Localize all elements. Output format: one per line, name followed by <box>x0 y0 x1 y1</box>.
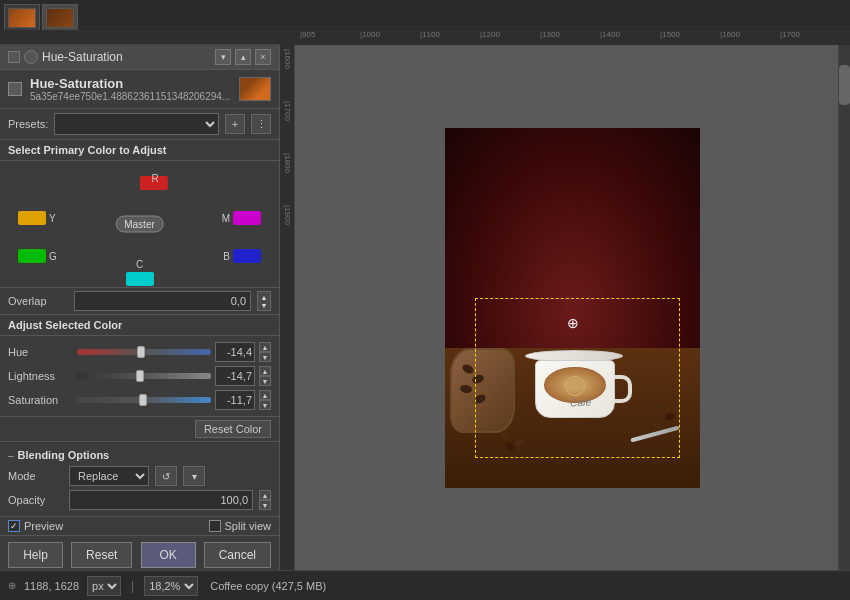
dialog-header-icon <box>8 51 20 63</box>
tab-2[interactable] <box>42 4 78 30</box>
preview-check-wrap[interactable]: ✓ Preview <box>8 520 63 532</box>
color-dot-g[interactable] <box>18 249 46 263</box>
status-coords: 1188, 1628 <box>24 580 79 592</box>
blend-header[interactable]: – Blending Options <box>0 446 279 464</box>
lightness-value[interactable]: -14,7 <box>215 366 255 386</box>
dialog-hash: 5a35e74ee750e1.48862361151348206294... <box>30 91 231 102</box>
help-button[interactable]: Help <box>8 542 63 568</box>
split-label: Split view <box>225 520 271 532</box>
blend-mode-dropdown[interactable]: Replace <box>69 466 149 486</box>
label-g: G <box>49 251 57 262</box>
blend-opacity-label: Opacity <box>8 494 63 506</box>
coffee-image: Café ⊕ <box>445 128 700 488</box>
dialog-name: Hue-Saturation <box>30 76 231 91</box>
chevron-down-btn[interactable]: ▾ <box>215 49 231 65</box>
tab-1[interactable] <box>4 4 40 30</box>
hue-track[interactable] <box>77 349 211 355</box>
right-scrollbar[interactable] <box>838 45 850 570</box>
color-dot-m[interactable] <box>233 211 261 225</box>
opacity-spin[interactable]: ▲ ▼ <box>259 490 271 510</box>
split-check-wrap[interactable]: Split view <box>209 520 271 532</box>
hue-thumb[interactable] <box>137 346 145 358</box>
master-badge[interactable]: Master <box>115 216 164 233</box>
coffee-beans <box>450 348 515 433</box>
color-dot-y[interactable] <box>18 211 46 225</box>
color-g-group: G <box>18 249 57 263</box>
blend-opacity-input[interactable] <box>69 490 253 510</box>
status-filename: Coffee copy (427,5 MB) <box>210 580 326 592</box>
saturation-spin[interactable]: ▲ ▼ <box>259 390 271 410</box>
top-tabs <box>0 0 850 30</box>
status-zoom-icon: ⊕ <box>8 580 16 591</box>
color-dot-b[interactable] <box>233 249 261 263</box>
presets-options-btn[interactable]: ⋮ <box>251 114 271 134</box>
hue-row: Hue -14,4 ▲ ▼ <box>0 340 279 364</box>
saturation-thumb[interactable] <box>139 394 147 406</box>
zoom-dropdown[interactable]: 18,2% <box>144 576 198 596</box>
saturation-value[interactable]: -11,7 <box>215 390 255 410</box>
split-checkbox[interactable] <box>209 520 221 532</box>
color-circles-row: R Y M Master G <box>8 169 271 279</box>
preview-row: ✓ Preview Split view <box>0 517 279 535</box>
lightness-thumb[interactable] <box>136 370 144 382</box>
dialog-header: Hue-Saturation ▾ ▴ × <box>0 45 279 70</box>
lightness-row: Lightness -14,7 ▲ ▼ <box>0 364 279 388</box>
close-btn[interactable]: × <box>255 49 271 65</box>
blend-header-text: Blending Options <box>18 449 110 461</box>
cancel-button[interactable]: Cancel <box>204 542 271 568</box>
color-b-group: B <box>223 249 261 263</box>
color-c-group: C <box>126 259 154 286</box>
chevron-up-btn[interactable]: ▴ <box>235 49 251 65</box>
panel-icon <box>8 82 22 96</box>
presets-dropdown[interactable] <box>54 113 219 135</box>
unit-dropdown[interactable]: px <box>87 576 121 596</box>
hue-down[interactable]: ▼ <box>259 352 271 362</box>
dialog-name-block: Hue-Saturation 5a35e74ee750e1.4886236115… <box>30 76 231 102</box>
blend-section: – Blending Options Mode Replace ↺ ▾ Opac… <box>0 442 279 517</box>
color-select-label: Select Primary Color to Adjust <box>0 140 279 161</box>
scrollbar-thumb[interactable] <box>839 65 850 105</box>
lightness-down[interactable]: ▼ <box>259 376 271 386</box>
color-dot-c[interactable] <box>126 272 154 286</box>
hue-spin[interactable]: ▲ ▼ <box>259 342 271 362</box>
saturation-down[interactable]: ▼ <box>259 400 271 410</box>
presets-add-btn[interactable]: + <box>225 114 245 134</box>
reset-button[interactable]: Reset <box>71 542 132 568</box>
color-select-area: R Y M Master G <box>0 161 279 288</box>
opacity-up[interactable]: ▲ <box>259 490 271 500</box>
preview-checkbox[interactable]: ✓ <box>8 520 20 532</box>
collapse-icon: – <box>8 450 14 461</box>
overlap-label: Overlap <box>8 295 68 307</box>
cup-body <box>535 360 615 418</box>
overlap-input[interactable] <box>74 291 251 311</box>
hue-up[interactable]: ▲ <box>259 342 271 352</box>
reset-color-button[interactable]: Reset Color <box>195 420 271 438</box>
top-bar: |905 |1000 |1100 |1200 |1300 |1400 |1500… <box>0 0 850 45</box>
beans-right <box>650 403 690 433</box>
dialog-header-icon2 <box>24 50 38 64</box>
dialog-info: Hue-Saturation 5a35e74ee750e1.4886236115… <box>0 70 279 109</box>
presets-row: Presets: + ⋮ <box>0 109 279 140</box>
dialog-header-controls: ▾ ▴ × <box>215 49 271 65</box>
lightness-spin[interactable]: ▲ ▼ <box>259 366 271 386</box>
overlap-spin[interactable]: ▲ ▼ <box>257 291 271 311</box>
label-y: Y <box>49 213 56 224</box>
saturation-track[interactable] <box>77 397 211 403</box>
label-r: R <box>151 173 158 184</box>
ok-button[interactable]: OK <box>141 542 196 568</box>
hue-value[interactable]: -14,4 <box>215 342 255 362</box>
saturation-up[interactable]: ▲ <box>259 390 271 400</box>
lightness-up[interactable]: ▲ <box>259 366 271 376</box>
opacity-down[interactable]: ▼ <box>259 500 271 510</box>
color-y-group: Y <box>18 211 56 225</box>
blend-mode-row: Mode Replace ↺ ▾ <box>0 464 279 488</box>
crosshair: ⊕ <box>567 315 579 331</box>
label-m: M <box>222 213 230 224</box>
blend-mode-label: Mode <box>8 470 63 482</box>
blend-icon-btn[interactable]: ↺ <box>155 466 177 486</box>
lightness-track[interactable] <box>77 373 211 379</box>
dialog-thumbnail <box>239 77 271 101</box>
cafe-text: Café <box>570 396 592 408</box>
adjust-section: Hue -14,4 ▲ ▼ Lightness -14,7 ▲ <box>0 336 279 417</box>
blend-chevron-btn[interactable]: ▾ <box>183 466 205 486</box>
